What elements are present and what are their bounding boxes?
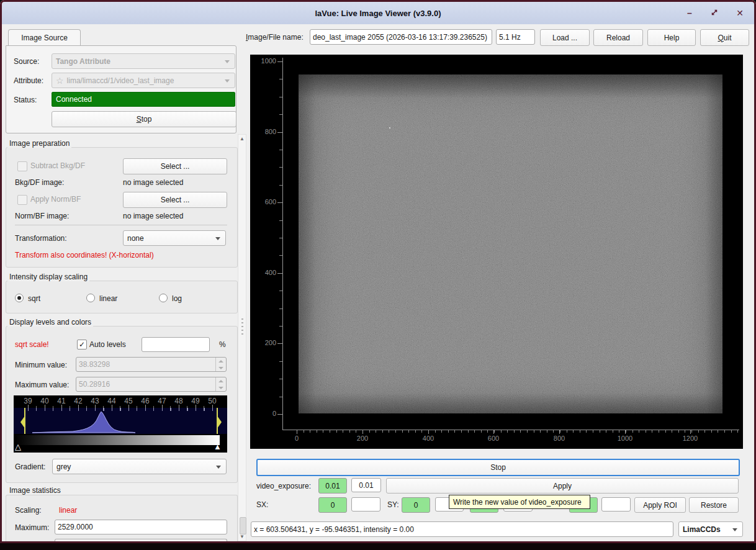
frequency-field	[496, 29, 535, 45]
scroll-down-icon[interactable]: ▼	[240, 535, 245, 539]
spinner-arrows[interactable]	[215, 358, 226, 371]
sqrt-scale-note: sqrt scale!	[15, 340, 49, 349]
subtract-bkg-checkbox[interactable]	[17, 161, 27, 171]
x-tick-label: 200	[350, 435, 375, 442]
y-tick-label: 400	[250, 269, 276, 276]
y-axis-line	[282, 58, 283, 430]
tab-image-source[interactable]: Image Source	[8, 29, 81, 46]
max-level-handle[interactable]	[217, 416, 222, 428]
sx-input[interactable]	[351, 497, 380, 512]
maximum-value-input[interactable]	[76, 377, 227, 392]
transformation-label: Transformation:	[15, 234, 67, 243]
minimize-button[interactable]: –	[682, 6, 698, 20]
radio-sqrt-label: sqrt	[28, 294, 40, 303]
left-panel-scrollbar[interactable]: ▲ ▼	[238, 134, 246, 541]
minimize-icon: –	[687, 8, 692, 18]
minimum-value-input[interactable]	[76, 357, 227, 372]
image-statistics-title: Image statistics	[7, 486, 63, 495]
histogram-widget[interactable]: 39 40 41 42 43 44 45 46 47 48 49 50 △ ▲	[14, 395, 227, 453]
splitter-handle[interactable]	[241, 318, 243, 335]
histogram-plot[interactable]	[14, 408, 227, 434]
scrollbar-thumb[interactable]	[240, 517, 246, 534]
radio-log-label: log	[172, 294, 182, 303]
load-button[interactable]: Load ...	[540, 29, 590, 46]
select-norm-button[interactable]: Select ...	[123, 192, 227, 208]
close-button[interactable]: ✕	[732, 6, 748, 20]
stats-next-field-clipped	[55, 539, 227, 542]
auto-levels-percent-input[interactable]	[142, 337, 210, 352]
divider	[15, 225, 227, 225]
hist-tick: 45	[124, 397, 132, 405]
y-tick-label: 0	[250, 410, 276, 417]
gradient-preview-bar[interactable]	[15, 435, 220, 445]
x-tick-label: 400	[416, 435, 441, 442]
gradient-combobox[interactable]: grey	[52, 459, 227, 474]
file-name-input[interactable]	[310, 29, 492, 45]
y-major-tick	[277, 61, 282, 62]
pointer-position-field[interactable]	[251, 521, 673, 537]
spinner-arrows[interactable]	[215, 377, 226, 391]
restore-button[interactable]	[706, 6, 722, 20]
spin-up-icon	[218, 360, 223, 363]
x-tick-label: 600	[481, 435, 506, 442]
minimum-value-spinbox[interactable]	[76, 357, 227, 372]
y-major-tick	[277, 202, 282, 203]
y-major-tick	[277, 132, 282, 133]
sy-label: SY:	[387, 500, 399, 509]
intensity-scaling-group	[6, 281, 238, 313]
spin-up-icon	[218, 380, 223, 382]
acquisition-stop-button[interactable]: Stop	[256, 459, 740, 476]
bkg-image-value: no image selected	[123, 178, 183, 187]
source-combobox[interactable]: Tango Attribute	[52, 53, 235, 69]
restore-button[interactable]: Restore	[689, 497, 739, 513]
y-minor-ticks	[279, 61, 282, 415]
minimum-value-label: Minimum value:	[15, 361, 67, 369]
radio-log[interactable]	[159, 294, 168, 302]
stats-scaling-value: linear	[59, 506, 77, 515]
bkg-image-label: Bkg/DF image:	[15, 178, 64, 187]
x-major-tick	[493, 430, 494, 434]
help-button[interactable]: Help	[647, 29, 696, 46]
stats-maximum-label: Maximum:	[15, 523, 49, 532]
dy-input[interactable]	[601, 497, 631, 512]
hist-tick: 49	[191, 397, 199, 405]
hist-tick: 46	[141, 397, 149, 405]
hist-tick: 50	[208, 397, 216, 405]
sx-current: 0	[318, 497, 347, 513]
detector-image[interactable]	[299, 74, 722, 413]
video-exposure-input[interactable]	[351, 478, 381, 492]
select-bkg-button[interactable]: Select ...	[123, 158, 227, 174]
apply-exposure-button[interactable]: Apply	[386, 478, 739, 494]
attribute-combobox[interactable]: ☆ lima/limaccd/1/video_last_image	[52, 73, 235, 88]
source-stop-button[interactable]: Stop	[52, 111, 236, 127]
gradient-right-handle[interactable]: ▲	[214, 443, 222, 451]
tooltip: Write the new value of video_exposure	[449, 495, 590, 509]
auto-levels-checkbox[interactable]: ✓	[77, 340, 87, 349]
maximum-value-spinbox[interactable]	[76, 377, 227, 392]
apply-roi-button[interactable]: Apply ROI	[634, 497, 686, 513]
min-level-handle[interactable]	[20, 416, 25, 428]
status-label: Status:	[14, 96, 37, 104]
radio-linear[interactable]	[86, 294, 95, 302]
y-tick-label: 200	[250, 339, 276, 346]
image-preparation-title: Image preparation	[7, 139, 71, 148]
scroll-up-icon[interactable]: ▲	[240, 137, 245, 141]
x-tick-label: 800	[547, 435, 572, 442]
quit-button[interactable]: Quit	[700, 29, 749, 46]
image-viewer[interactable]: 1000 800 600 400 200 0 0 200 400 600 800…	[250, 55, 743, 449]
reload-button[interactable]: Reload	[593, 29, 643, 46]
x-major-tick	[625, 430, 626, 434]
hist-tick: 40	[40, 397, 48, 405]
stats-scaling-label: Scaling:	[15, 506, 42, 515]
auto-levels-label: Auto levels	[89, 340, 126, 349]
gradient-left-handle[interactable]: △	[15, 443, 21, 451]
apply-norm-checkbox[interactable]	[17, 195, 27, 205]
radio-sqrt[interactable]	[15, 294, 24, 302]
stats-maximum-field[interactable]	[55, 520, 227, 534]
detector-selector-combobox[interactable]: LimaCCDs	[678, 521, 743, 537]
transformation-combobox[interactable]: none	[123, 230, 226, 246]
video-exposure-label: video_exposure:	[256, 482, 311, 490]
title-bar[interactable]: laVue: Live Image Viewer (v3.9.0)	[2, 2, 754, 24]
hist-plot-ticks	[28, 408, 220, 411]
hist-tick: 41	[57, 397, 65, 405]
